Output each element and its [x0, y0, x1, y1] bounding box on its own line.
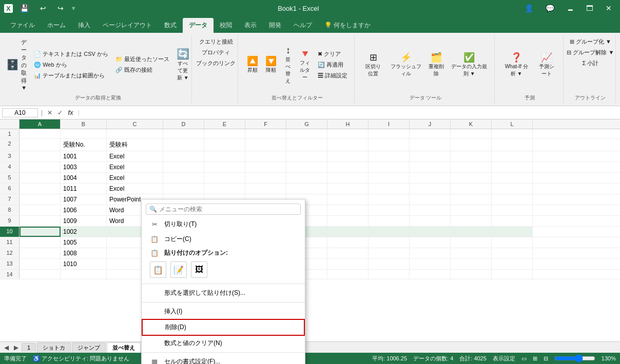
filter-button[interactable]: 🔻 フィルター [297, 47, 313, 83]
sort-group-label: 並べ替えとフィルター [272, 92, 323, 102]
menu-item-delete[interactable]: 削除(D) [142, 319, 305, 336]
properties-button[interactable]: プロパティ [199, 48, 232, 57]
from-table-button[interactable]: 📊 テーブルまたは範囲から [31, 71, 111, 80]
redo-button[interactable]: ↪ [53, 2, 68, 14]
paste-icon-2[interactable]: 📝 [170, 261, 187, 278]
clear-button[interactable]: ✖ クリア [315, 49, 350, 59]
connection-icon: 🔗 [115, 67, 123, 73]
sort-asc-button[interactable]: 🔼 昇順 [244, 54, 261, 75]
copy-label: コピー(C) [164, 235, 191, 244]
from-text-csv-button[interactable]: 📄 テキストまたは CSV から [31, 49, 111, 59]
tab-home[interactable]: ホーム [41, 18, 72, 33]
get-data-button[interactable]: 🗄️ データの 取得 ▼ [4, 37, 29, 92]
separator-1 [142, 284, 305, 284]
paste-special-label: 形式を選択して貼り付け(S)... [164, 289, 245, 297]
menu-item-format[interactable]: ▦ セルの書式設定(F)... [142, 354, 305, 364]
menu-item-paste-special[interactable]: 形式を選択して貼り付け(S)... [142, 286, 305, 300]
maximize-button[interactable]: 🗖 [582, 2, 597, 14]
tab-page-layout[interactable]: ページレイアウト [96, 18, 158, 33]
recent-sources-button[interactable]: 📁 最近使ったソース [113, 54, 172, 64]
paste-icon-1[interactable]: 📋 [150, 261, 166, 278]
undo-button[interactable]: ↩ [36, 2, 50, 14]
context-menu-overlay: 🔍 ✂ 切り取り(T) 📋 コピー(C) 📋 貼り付けのオプション: [0, 119, 620, 364]
title-bar-right: 👤 💬 🗕 🗖 ✕ [520, 2, 616, 14]
save-button[interactable]: 💾 [16, 2, 33, 14]
tab-data[interactable]: データ [183, 18, 214, 33]
tab-file[interactable]: ファイル [4, 18, 41, 33]
menu-item-cut[interactable]: ✂ 切り取り(T) [142, 217, 305, 232]
paste-header-label: 貼り付けのオプション: [164, 249, 228, 257]
table-icon: 📊 [34, 72, 41, 79]
close-button[interactable]: ✕ [602, 2, 616, 14]
refresh-all-button[interactable]: 🔄 すべて更新 ▼ [174, 46, 192, 83]
tab-search[interactable]: 💡 何をしますか [318, 18, 377, 33]
cell-reference-input[interactable] [2, 108, 38, 117]
text-to-columns-button[interactable]: ⊞ 区切り位置 [361, 50, 385, 79]
data-tools-group-label: データ ツール [410, 92, 442, 102]
separator-3 [142, 352, 305, 353]
sort-asc-icon: 🔼 [247, 55, 258, 67]
user-icon-button[interactable]: 👤 [520, 2, 537, 14]
ribbon-group-sort: 🔼 昇順 🔽 降順 ↕️ 並べ替え 🔻 フィルター ✖ クリア 🔄 [240, 35, 355, 104]
sort-desc-icon: 🔽 [265, 55, 277, 67]
group-button[interactable]: ⊞ グループ化 ▼ [567, 37, 614, 47]
ungroup-button[interactable]: ⊟ グループ解除 ▼ [564, 48, 616, 57]
menu-item-insert[interactable]: 挿入(I) [142, 304, 305, 319]
menu-item-copy[interactable]: 📋 コピー(C) [142, 232, 305, 247]
flash-icon: ⚡ [400, 52, 412, 63]
advanced-button[interactable]: ☰ 詳細設定 [315, 71, 350, 80]
confirm-formula-icon[interactable]: ✓ [56, 109, 64, 116]
title-bar: X 💾 ↩ ↪ ▼ Book1 - Excel 👤 💬 🗕 🗖 ✕ [0, 0, 620, 16]
delete-label: 削除(D) [165, 323, 186, 332]
tab-help[interactable]: ヘルプ [287, 18, 318, 33]
format-icon: ▦ [150, 358, 159, 364]
formula-bar: | ✕ ✓ fx | [0, 106, 620, 119]
minimize-button[interactable]: 🗕 [563, 2, 578, 14]
cancel-formula-icon[interactable]: ✕ [46, 109, 54, 116]
existing-connections-button[interactable]: 🔗 既存の接続 [113, 65, 172, 75]
forecast-group-label: 予測 [525, 92, 535, 102]
flash-fill-button[interactable]: ⚡ フラッシュフィル [387, 50, 424, 79]
what-if-button[interactable]: ❓ What-If 分析 ▼ [501, 50, 532, 79]
book-link-button[interactable]: ブックのリンク [193, 58, 238, 68]
app-title: Book1 - Excel [278, 5, 319, 12]
from-web-button[interactable]: 🌐 Web から [31, 60, 111, 70]
subtotal-button[interactable]: Σ 小計 [579, 58, 601, 68]
paste-icons-row: 📋 📝 🖼 [142, 259, 305, 282]
title-bar-left: X 💾 ↩ ↪ ▼ [4, 2, 76, 14]
formula-input[interactable] [83, 109, 618, 117]
paste-options-header: 📋 貼り付けのオプション: [142, 247, 305, 259]
web-icon: 🌐 [34, 62, 41, 68]
ribbon-group-outline: ⊞ グループ化 ▼ ⊟ グループ解除 ▼ Σ 小計 アウトライン [566, 35, 616, 104]
paste-header-icon: 📋 [150, 249, 159, 257]
menu-item-clear[interactable]: 数式と値のクリア(N) [142, 336, 305, 351]
tab-dev[interactable]: 開発 [263, 18, 287, 33]
search-icon: 🔍 [149, 206, 157, 213]
tab-view[interactable]: 表示 [238, 18, 263, 33]
copy-icon: 📋 [150, 235, 159, 243]
comment-button[interactable]: 💬 [541, 2, 558, 14]
tab-formula[interactable]: 数式 [158, 18, 183, 33]
ribbon-group-get-data-content: 🗄️ データの 取得 ▼ 📄 テキストまたは CSV から 🌐 Web から [4, 37, 192, 92]
format-label: セルの書式設定(F)... [164, 357, 220, 364]
ribbon-group-sort-content: 🔼 昇順 🔽 降順 ↕️ 並べ替え 🔻 フィルター ✖ クリア 🔄 [244, 37, 350, 92]
forecast-icon: 📈 [541, 52, 552, 63]
query-connection-button[interactable]: クエリと接続 [197, 37, 236, 47]
insert-label: 挿入(I) [164, 307, 182, 316]
dup-icon: 🗂️ [431, 52, 442, 63]
validate-button[interactable]: ✅ データの入力規則 ▼ [449, 50, 490, 79]
whatif-icon: ❓ [511, 52, 522, 63]
context-menu-search: 🔍 [146, 204, 301, 215]
forecast-button[interactable]: 📈 予測シート [534, 50, 559, 79]
tab-insert[interactable]: 挿入 [72, 18, 96, 33]
remove-dup-button[interactable]: 🗂️ 重複削除 [426, 50, 447, 79]
context-search-input[interactable] [159, 206, 297, 213]
sort-button[interactable]: ↕️ 並べ替え [281, 44, 295, 86]
recent-icon: 📁 [115, 56, 123, 63]
insert-function-icon[interactable]: fx [66, 109, 75, 116]
reapply-button[interactable]: 🔄 再適用 [315, 60, 350, 70]
excel-logo-icon: X [4, 4, 13, 13]
tab-review[interactable]: 校閲 [214, 18, 238, 33]
sort-desc-button[interactable]: 🔽 降順 [263, 54, 279, 75]
paste-icon-3[interactable]: 🖼 [191, 261, 207, 278]
